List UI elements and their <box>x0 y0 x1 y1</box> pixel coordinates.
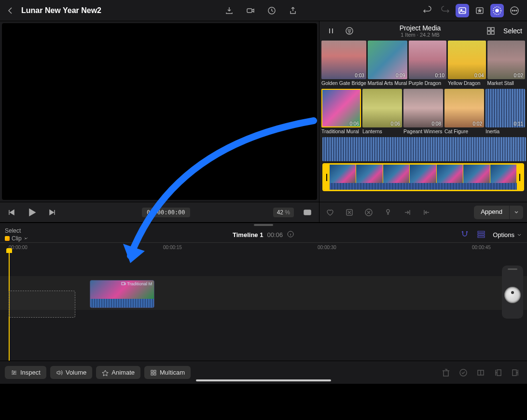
inspect-button[interactable]: Inspect <box>5 366 46 379</box>
trim-end-icon[interactable] <box>509 366 522 379</box>
effects-icon[interactable] <box>473 4 486 17</box>
svg-rect-13 <box>487 28 490 30</box>
undo-icon[interactable] <box>421 4 434 17</box>
svg-rect-15 <box>487 31 490 34</box>
svg-point-19 <box>387 210 389 212</box>
append-button[interactable]: Append <box>474 206 509 219</box>
svg-point-12 <box>346 28 353 34</box>
timeline-resize-handle[interactable] <box>254 224 273 226</box>
timeline-ruler[interactable]: 00:00:00 00:00:15 00:00:30 00:00:45 <box>0 242 527 253</box>
clip-mode-selector[interactable]: Clip <box>5 235 28 242</box>
jog-wheel[interactable] <box>502 266 523 319</box>
redo-icon[interactable] <box>438 4 452 17</box>
svg-rect-28 <box>154 373 156 375</box>
svg-point-10 <box>516 10 517 11</box>
svg-point-9 <box>514 10 515 11</box>
svg-rect-11 <box>304 210 311 215</box>
timeline-select-label: Select <box>5 227 28 234</box>
back-button[interactable] <box>6 6 15 15</box>
append-dropdown[interactable] <box>510 206 523 219</box>
media-item[interactable]: 0:04Yellow Dragon <box>448 41 486 88</box>
media-item[interactable]: 0:03Golden Gate Bridge <box>321 41 366 88</box>
svg-rect-25 <box>151 370 153 372</box>
trim-start-icon[interactable] <box>491 366 505 379</box>
media-panel-subtitle: 1 Item · 24.2 MB <box>356 32 484 38</box>
svg-rect-27 <box>151 373 153 375</box>
volume-button[interactable]: Volume <box>50 366 92 379</box>
timeline-tracks[interactable]: Traditional M <box>0 253 527 361</box>
svg-rect-22 <box>478 234 485 235</box>
enable-icon[interactable] <box>457 366 470 379</box>
prev-frame-button[interactable] <box>5 206 18 219</box>
keyword-icon[interactable] <box>381 206 395 219</box>
pause-icon[interactable] <box>324 24 338 38</box>
svg-rect-21 <box>478 231 485 233</box>
favorite-icon[interactable] <box>323 206 337 219</box>
animate-button[interactable]: Animate <box>96 366 140 379</box>
clip-skimmer[interactable]: | | <box>322 163 524 191</box>
delete-icon[interactable] <box>439 366 453 379</box>
audio-waveform-preview[interactable] <box>322 137 526 161</box>
svg-rect-0 <box>247 9 252 13</box>
inspector-toggle-icon[interactable] <box>490 4 504 17</box>
timeline-duration: 00:06 <box>267 231 283 238</box>
reject-icon[interactable] <box>343 206 356 219</box>
media-panel-title: Project Media <box>356 24 484 32</box>
media-item[interactable]: 0:06Lanterns <box>362 89 402 136</box>
camera-icon[interactable] <box>244 4 257 17</box>
svg-rect-23 <box>478 236 485 238</box>
dragging-clip[interactable]: Traditional M <box>90 280 154 308</box>
marker-out-icon[interactable] <box>420 206 433 219</box>
filter-icon[interactable] <box>343 24 356 38</box>
next-frame-button[interactable] <box>45 206 59 219</box>
display-options-icon[interactable] <box>301 206 314 219</box>
project-title: Lunar New Year New2 <box>21 6 101 15</box>
timeline-name: Timeline 1 <box>233 231 263 238</box>
svg-rect-16 <box>491 31 494 34</box>
media-item[interactable]: 0:11Inertia <box>485 89 525 136</box>
home-indicator <box>196 379 331 381</box>
clear-icon[interactable] <box>362 206 375 219</box>
media-item[interactable]: 0:10Purple Dragon <box>409 41 447 88</box>
blade-icon[interactable] <box>474 366 487 379</box>
ghost-clip-placeholder <box>9 291 75 318</box>
select-button[interactable]: Select <box>503 27 522 35</box>
voiceover-icon[interactable] <box>265 4 278 17</box>
snapping-icon[interactable] <box>460 229 470 240</box>
more-icon[interactable] <box>508 4 521 17</box>
svg-rect-26 <box>154 370 156 372</box>
play-button[interactable] <box>25 206 39 219</box>
marker-in-icon[interactable] <box>401 206 414 219</box>
timeline-index-icon[interactable] <box>476 229 486 240</box>
zoom-display[interactable]: 42 % <box>273 208 294 217</box>
multicam-button[interactable]: Multicam <box>144 366 191 379</box>
share-icon[interactable] <box>286 4 300 17</box>
media-item[interactable]: 0:08Pageant Winners <box>403 89 443 136</box>
svg-point-6 <box>496 9 499 12</box>
svg-rect-24 <box>122 282 125 285</box>
media-item[interactable]: 0:06Traditional Mural <box>321 89 361 136</box>
media-item[interactable]: 0:02Market Stall <box>487 41 526 88</box>
svg-rect-14 <box>491 28 494 30</box>
viewer[interactable] <box>2 23 317 200</box>
media-item[interactable]: 0:09Martial Arts Mural <box>368 41 407 88</box>
grid-view-icon[interactable] <box>484 24 498 38</box>
svg-point-8 <box>512 10 513 11</box>
timeline-options-button[interactable]: Options <box>493 231 522 238</box>
import-icon[interactable] <box>222 4 236 17</box>
timeline-info-icon[interactable] <box>287 230 294 239</box>
timecode-display[interactable]: 00:00:00:00 <box>142 208 190 217</box>
media-item[interactable]: 0:02Cat Figure <box>444 89 484 136</box>
browser-toggle-icon[interactable] <box>456 4 469 17</box>
